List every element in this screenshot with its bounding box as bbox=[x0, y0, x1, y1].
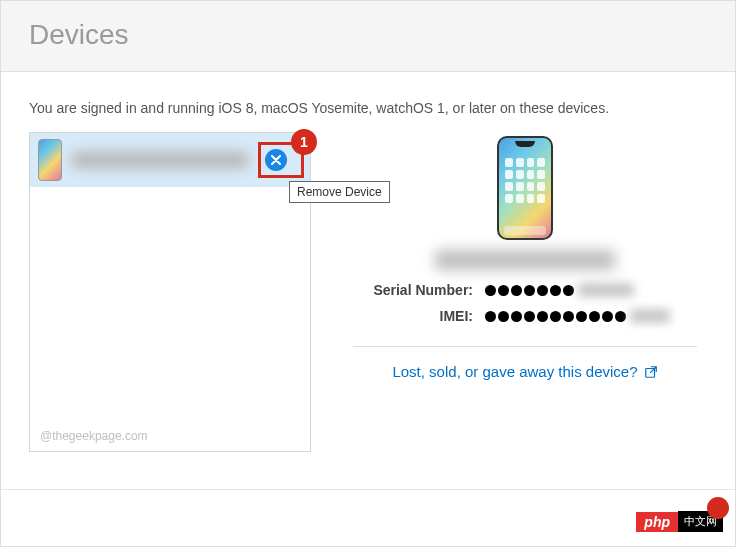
brand-badge-icon bbox=[707, 497, 729, 519]
lost-device-link[interactable]: Lost, sold, or gave away this device? bbox=[392, 363, 657, 380]
remove-tooltip: Remove Device bbox=[289, 181, 390, 203]
brand-left: php bbox=[636, 512, 678, 532]
watermark-text: @thegeekpage.com bbox=[40, 429, 148, 443]
page-title: Devices bbox=[29, 19, 707, 51]
serial-label: Serial Number: bbox=[343, 282, 473, 298]
callout-badge: 1 bbox=[291, 129, 317, 155]
device-title-blurred bbox=[435, 250, 615, 270]
content-area: You are signed in and running iOS 8, mac… bbox=[1, 72, 735, 480]
brand-watermark: php 中文网 bbox=[636, 511, 723, 532]
external-link-icon bbox=[644, 365, 658, 379]
device-details: Serial Number: IMEI: Lost, sold, or gave… bbox=[343, 132, 707, 452]
device-image-icon bbox=[497, 136, 553, 240]
device-thumbnail-icon bbox=[38, 139, 62, 181]
imei-label: IMEI: bbox=[343, 308, 473, 324]
close-icon bbox=[271, 155, 281, 165]
remove-device-button[interactable] bbox=[265, 149, 287, 171]
divider bbox=[353, 346, 697, 347]
main-area: 1 Remove Device @thegeekpage.com Serial … bbox=[29, 132, 707, 452]
remove-highlight: 1 Remove Device bbox=[258, 142, 304, 178]
device-list: 1 Remove Device @thegeekpage.com bbox=[29, 132, 311, 452]
device-row[interactable]: 1 Remove Device bbox=[30, 133, 310, 187]
page-header: Devices bbox=[1, 1, 735, 72]
intro-text: You are signed in and running iOS 8, mac… bbox=[29, 100, 707, 116]
footer-separator bbox=[1, 489, 735, 490]
lost-link-text: Lost, sold, or gave away this device? bbox=[392, 363, 637, 380]
device-name-blurred bbox=[72, 151, 248, 169]
imei-value-masked bbox=[485, 309, 670, 323]
serial-row: Serial Number: bbox=[343, 282, 707, 298]
serial-value-masked bbox=[485, 283, 634, 297]
imei-row: IMEI: bbox=[343, 308, 707, 324]
